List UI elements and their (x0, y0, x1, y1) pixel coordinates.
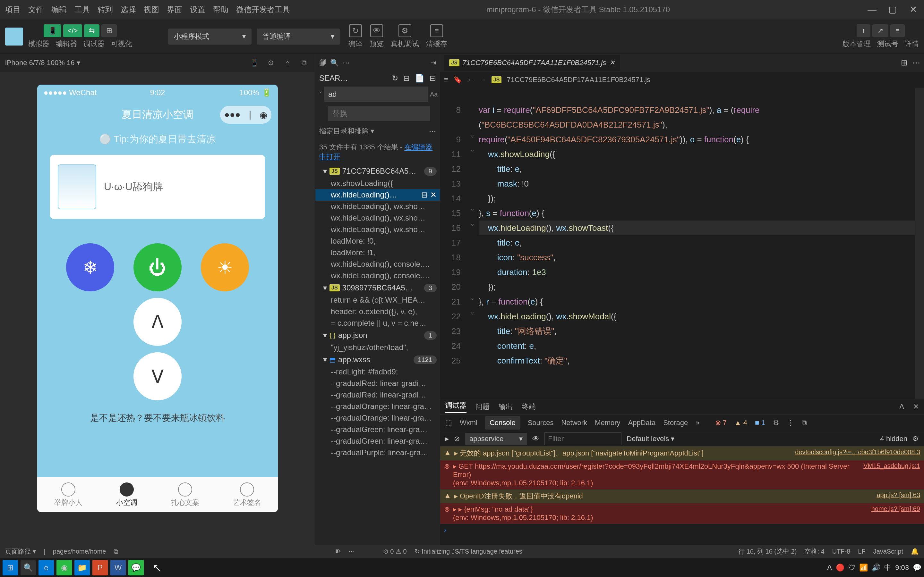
result-line[interactable]: "yj_yishuzi/other/load", (315, 342, 440, 353)
user-avatar[interactable] (5, 27, 23, 45)
result-line[interactable]: --gradualGreen: linear-gra… (315, 424, 440, 435)
result-line[interactable]: --gradualGreen: linear-gra… (315, 435, 440, 447)
result-line[interactable]: wx.hideLoading(), wx.sho… (315, 201, 440, 212)
clear-cache-button[interactable]: ≡ (430, 24, 443, 37)
clear-console-icon[interactable]: ⊘ (454, 435, 460, 443)
tab-network[interactable]: Network (561, 419, 587, 427)
console-line[interactable]: ⊗▸ GET https://ma.youdu.duzaa.com/user/r… (440, 460, 924, 490)
context-dropdown[interactable]: appservice ▾ (465, 433, 527, 445)
page-path[interactable]: pages/home/home (53, 548, 106, 555)
console-sidebar-icon[interactable]: ▸ (445, 435, 449, 443)
tab-wxml[interactable]: Wxml (460, 419, 477, 427)
tray-icon[interactable]: 🔴 (836, 564, 845, 572)
capsule-close-icon[interactable]: ◉ (260, 110, 267, 120)
language-status[interactable]: JavaScript (873, 548, 903, 555)
taskbar-app[interactable]: e (39, 560, 54, 575)
chevron-down-icon[interactable]: ˅ (318, 90, 322, 99)
outline-icon[interactable]: ≡ (444, 76, 448, 84)
preview-button[interactable]: 👁 (370, 24, 383, 37)
remote-debug-button[interactable]: ⚙ (399, 24, 411, 37)
console-settings-icon[interactable]: ⚙ (913, 435, 919, 443)
match-case-icon[interactable]: Aa (430, 91, 438, 98)
home-icon[interactable]: ⌂ (282, 57, 293, 69)
maximize-button[interactable]: ▢ (887, 4, 898, 15)
result-file[interactable]: ▾{ }app.json1 (315, 329, 440, 342)
detail-button[interactable]: ≡ (890, 24, 905, 37)
tabbar-item[interactable]: 举牌小人 (54, 482, 82, 508)
hidden-count[interactable]: 4 hidden (880, 435, 907, 443)
ime-indicator[interactable]: 中 (884, 563, 891, 572)
clear-icon[interactable]: ⊟ (403, 74, 410, 83)
search-input[interactable] (325, 87, 428, 102)
tray-icon[interactable]: 🛡 (848, 564, 855, 572)
taskbar-app[interactable]: 📁 (74, 560, 90, 575)
close-tab-icon[interactable]: ✕ (609, 59, 615, 67)
device-selector[interactable]: iPhone 6/7/8 100% 16 ▾ (5, 59, 80, 67)
menu-item[interactable]: 工具 (74, 5, 90, 15)
result-line[interactable]: --redLight: #fadbd9; (315, 366, 440, 378)
result-line[interactable]: wx.hideLoading(), wx.sho… (315, 224, 440, 235)
result-line[interactable]: loadMore: !1, (315, 247, 440, 258)
notifications-icon[interactable]: 🔔 (911, 548, 919, 555)
visual-toggle[interactable]: ⊞ (102, 24, 117, 37)
tab-memory[interactable]: Memory (595, 419, 620, 427)
result-line[interactable]: = c.complete || u, v = c.he… (315, 318, 440, 329)
rotate-icon[interactable]: 📱 (248, 57, 260, 69)
app-mode-dropdown[interactable]: 小程序模式▾ (168, 29, 252, 45)
notification-center[interactable]: 💬 (913, 564, 921, 572)
snow-button[interactable]: ❄ (66, 243, 114, 292)
menu-item[interactable]: 项目 (5, 5, 21, 15)
eol-status[interactable]: LF (858, 548, 865, 555)
up-button[interactable]: ᐱ (134, 298, 182, 346)
menu-item[interactable]: 选择 (121, 5, 136, 15)
tray-icon[interactable]: ᐱ (827, 564, 832, 572)
clock[interactable]: 9:03 (895, 564, 909, 572)
editor-toggle[interactable]: </> (63, 24, 82, 37)
visibility-icon[interactable]: 👁 (334, 548, 341, 555)
phone-preview[interactable]: ●●●●● WeChat 9:02 100%🔋 夏日清凉小空调 ●●●|◉ ⚪ … (37, 85, 278, 512)
result-line[interactable]: --gradualOrange: linear-gra… (315, 401, 440, 412)
replace-input[interactable] (328, 106, 430, 121)
result-line[interactable]: --gradualOrange: linear-gra… (315, 412, 440, 424)
menu-item[interactable]: 设置 (190, 5, 205, 15)
indent-status[interactable]: 空格: 4 (804, 547, 824, 556)
result-file[interactable]: ▾JS71CC79E6BC64A5…9 (315, 165, 440, 177)
explorer-icon[interactable]: 🗐 (319, 59, 326, 67)
refresh-icon[interactable]: ↻ (392, 74, 398, 83)
more-actions-icon[interactable]: ⋯ (913, 58, 920, 67)
result-line[interactable]: --gradualRed: linear-gradi… (315, 378, 440, 389)
copy-icon[interactable]: ⧉ (113, 548, 118, 555)
capsule-menu-icon[interactable]: ●●● (224, 110, 241, 120)
compile-mode-dropdown[interactable]: 普通编译▾ (257, 29, 340, 45)
code-editor[interactable]: 89111213141516171819202122232425 ˅˅˅˅˅˅ … (440, 88, 924, 399)
live-expr-icon[interactable]: 👁 (532, 435, 540, 443)
result-line[interactable]: --gradualPurple: linear-gra… (315, 447, 440, 458)
inspect-icon[interactable]: ⬚ (445, 419, 452, 427)
bookmark-icon[interactable]: 🔖 (453, 76, 462, 84)
down-button[interactable]: ᐯ (134, 352, 182, 400)
result-line[interactable]: --gradualRed: linear-gradi… (315, 389, 440, 401)
info-count[interactable]: ■ 1 (755, 419, 765, 427)
page-path-label[interactable]: 页面路径 ▾ (5, 547, 36, 556)
settings-icon[interactable]: ⚙ (773, 419, 779, 427)
popout-icon[interactable]: ⧉ (802, 419, 807, 427)
vcs-button[interactable]: ↑ (857, 24, 871, 37)
tabbar-item[interactable]: 扎心文案 (171, 482, 199, 508)
power-button[interactable]: ⏻ (134, 243, 182, 292)
more-icon[interactable]: ⋯ (349, 548, 355, 555)
tray-icon[interactable]: 📶 (859, 564, 868, 572)
collapse-icon[interactable]: ⊟ (430, 74, 436, 83)
sun-button[interactable]: ☀ (201, 243, 249, 292)
result-line[interactable]: header: o.extend({}, v, e), (315, 306, 440, 318)
result-line[interactable]: wx.hideLoading(), console.… (315, 270, 440, 282)
more-tabs-icon[interactable]: » (696, 419, 699, 427)
menu-item[interactable]: 视图 (144, 5, 159, 15)
filter-input[interactable] (544, 432, 622, 445)
minimap[interactable] (915, 88, 924, 399)
cursor-position[interactable]: 行 16, 列 16 (选中 2) (738, 547, 796, 556)
dock-icon[interactable]: ⋮ (787, 419, 794, 427)
tabbar-item[interactable]: 艺术签名 (233, 482, 261, 508)
split-editor-icon[interactable]: ⊞ (901, 58, 907, 67)
result-line[interactable]: loadMore: !0, (315, 235, 440, 247)
new-file-icon[interactable]: 📄 (415, 74, 425, 83)
